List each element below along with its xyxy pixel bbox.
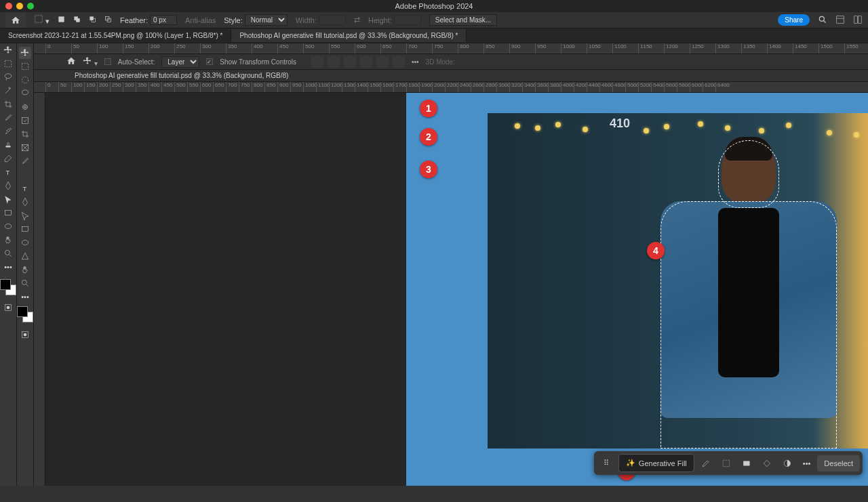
home-button[interactable] [5,13,26,28]
align-bottom-icon[interactable] [393,56,405,68]
search-icon[interactable] [818,15,827,26]
show-transform-checkbox[interactable] [206,58,213,65]
move-tool-2-icon[interactable] [19,47,31,59]
align-left-icon[interactable] [311,56,323,68]
color-swatches-2[interactable] [17,306,33,322]
crop-tool-icon[interactable] [2,98,14,110]
window-zoom[interactable] [27,3,34,9]
style-label: Style: [224,16,243,24]
quick-mask-2-icon[interactable] [19,329,31,341]
align-vcenter-icon[interactable] [376,56,389,68]
triangle-icon[interactable] [19,250,31,262]
align-hcenter-icon[interactable] [328,56,340,68]
edit-selection-icon[interactable] [697,455,715,472]
adjust-icon[interactable] [778,455,796,472]
mask-selection-icon[interactable] [738,455,755,472]
svg-rect-14 [5,60,11,66]
marquee-rect-icon[interactable] [19,60,31,72]
ruler-left [34,93,45,486]
more-align-icon[interactable]: ••• [412,58,419,66]
stamp-tool-icon[interactable] [2,139,14,151]
lasso-2-icon[interactable] [19,87,31,100]
drag-handle-icon[interactable]: ⠿ [597,455,616,472]
doc-home-icon[interactable] [66,56,76,67]
options-bar: ▾ Feather: Anti-alias Style:Normal Width… [0,12,868,28]
more-options-icon[interactable]: ••• [799,455,815,472]
marquee-ellipse-icon[interactable] [19,74,31,86]
hand-2-icon[interactable] [19,264,31,276]
marquee-tool-icon[interactable] [2,58,14,70]
frame-tool-icon[interactable] [19,142,31,154]
gradient-icon[interactable] [19,169,31,181]
window-minimize[interactable] [16,3,23,9]
eraser-tool-icon[interactable] [2,152,14,165]
tab-tutorial[interactable]: Photoshop AI generative fill tutorial.ps… [231,29,467,42]
feather-input[interactable] [150,15,177,25]
align-top-icon[interactable] [360,56,372,68]
foreground-color[interactable] [0,279,11,290]
wand-tool-icon[interactable] [2,85,14,97]
type-tool-icon[interactable]: T [2,166,14,178]
crop-2-icon[interactable] [19,128,31,140]
type-2-icon[interactable]: T [19,182,31,194]
intersect-selection-icon[interactable] [104,16,112,24]
ruler-tick: 5800 [677,82,690,92]
zoom-tool-icon[interactable] [2,247,14,259]
ruler-tick: 1300 [342,82,355,92]
color-swatches[interactable] [0,279,16,295]
ruler-tick: 2600 [471,82,484,92]
ellipse-2-icon[interactable] [19,236,31,249]
move-tool-icon[interactable] [2,44,14,56]
quick-mask-icon[interactable] [2,301,14,314]
quick-select-icon[interactable] [19,101,31,113]
pen-tool-icon[interactable] [2,180,14,192]
align-right-icon[interactable] [344,56,356,68]
move-icon-small[interactable]: ▾ [83,56,98,67]
auto-select-target[interactable]: Layer [161,56,199,68]
fill-selection-icon[interactable] [758,455,776,472]
deselect-button[interactable]: Deselect [817,455,860,472]
style-select[interactable]: Normal [245,14,288,26]
add-selection-icon[interactable] [73,16,81,24]
tool-preset-icon[interactable]: ▾ [34,14,50,26]
tab-screenshot[interactable]: Screenshot 2023-12-21 at 1.55.54PM.png @… [0,29,231,42]
select-and-mask-button[interactable]: Select and Mask... [429,14,497,26]
more-2-icon[interactable]: ••• [19,291,31,303]
fg-color-2[interactable] [17,306,28,317]
ruler-tick: 200 [97,82,110,92]
modify-selection-icon[interactable] [717,455,735,472]
more-tools-icon[interactable]: ••• [2,261,14,273]
canvas-viewport[interactable]: 410 1 2 3 4 5 [45,93,868,486]
canvas-area: 0501001502002503003504004505005506006507… [34,43,868,486]
auto-select-checkbox[interactable] [104,58,111,65]
workspace-icon[interactable] [835,15,845,26]
subtract-selection-icon[interactable] [89,16,96,24]
eyedropper-tool-icon[interactable] [2,112,14,124]
svg-rect-16 [6,146,11,147]
path-tool-icon[interactable] [2,193,14,205]
rect-2-icon[interactable] [19,223,31,235]
ruler-tick: 4800 [612,82,625,92]
person-subject [650,140,847,448]
share-button[interactable]: Share [778,14,810,26]
ellipse-tool-icon[interactable] [2,220,14,232]
ruler-tick: 3000 [496,82,509,92]
hand-tool-icon[interactable] [2,234,14,246]
document-background[interactable]: 410 1 2 3 4 5 [406,93,868,486]
window-close[interactable] [5,3,12,9]
ruler-tick: 1400 [767,43,793,54]
direct-select-icon[interactable] [19,209,31,222]
zoom-2-icon[interactable] [19,277,31,289]
brush-tool-icon[interactable] [2,125,14,138]
rectangle-tool-icon[interactable] [2,207,14,219]
generative-fill-button[interactable]: ✨ Generative Fill [618,454,694,472]
new-selection-icon[interactable] [58,16,65,24]
ruler-tick: 800 [458,43,484,54]
arrange-icon[interactable] [853,15,863,26]
object-select-icon[interactable] [19,114,31,127]
ruler-tick: 150 [84,82,97,92]
ruler-tick: 1550 [844,43,868,54]
lasso-tool-icon[interactable] [2,71,14,83]
pen-2-icon[interactable] [19,196,31,208]
eyedropper-2-icon[interactable] [19,155,31,167]
